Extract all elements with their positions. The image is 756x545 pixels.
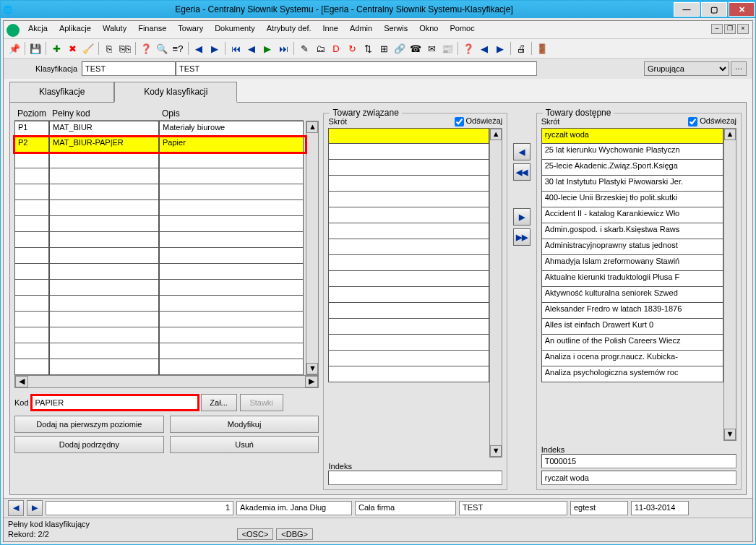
grid-row[interactable] (14, 359, 306, 375)
list-item[interactable]: 30 lat Instytutu Plastyki Piwowarski Jer… (541, 176, 723, 192)
grid-row[interactable] (14, 264, 306, 280)
grid-row[interactable]: P2MAT_BIUR-PAP|ERPapier (14, 137, 306, 153)
clear-icon[interactable]: 🧹 (81, 41, 95, 56)
class-type-select[interactable]: Grupująca (644, 61, 729, 76)
tab-klasyfikacje[interactable]: Klasyfikacje (9, 82, 114, 103)
mdi-restore[interactable]: ❐ (724, 24, 736, 34)
odswiezaj-mid[interactable]: Odświeżaj (455, 116, 503, 126)
list-item[interactable] (328, 303, 489, 319)
help2-icon[interactable]: ❓ (461, 41, 476, 56)
menu-dokumenty[interactable]: Dokumenty (209, 22, 261, 37)
grid-row[interactable] (14, 168, 306, 184)
menu-waluty[interactable]: Waluty (97, 22, 132, 37)
class-dots-button[interactable]: … (731, 61, 747, 76)
link-icon[interactable]: 🔗 (392, 41, 407, 56)
list-item[interactable]: Alles ist einfach Drawert Kurt 0 (541, 319, 723, 335)
list-item[interactable]: Administracyjnoprawny status jednost (541, 239, 723, 255)
close-button[interactable]: ✕ (729, 2, 755, 17)
class-desc-field[interactable] (176, 61, 537, 76)
dodaj1-button[interactable]: Dodaj na pierwszym poziomie (14, 416, 164, 433)
back-icon[interactable]: ◀ (244, 41, 259, 56)
grid-row[interactable] (14, 248, 306, 264)
grid-row[interactable] (14, 153, 306, 168)
list-item[interactable]: Aktualne kierunki traduktologii Płusa F (541, 271, 723, 287)
detail-icon[interactable]: 🗂 (313, 41, 327, 56)
pin-icon[interactable]: 📌 (7, 41, 22, 56)
next-icon[interactable]: ▶ (207, 41, 222, 56)
prev-icon[interactable]: ◀ (192, 41, 206, 56)
list-item[interactable]: Analiza psychologiczna systemów roc (541, 366, 723, 382)
menu-towary[interactable]: Towary (172, 22, 209, 37)
menu-akcja[interactable]: Akcja (22, 22, 53, 37)
zal-button[interactable]: Zał... (201, 394, 237, 411)
prev2-icon[interactable]: ◀ (477, 41, 491, 56)
menu-okno[interactable]: Okno (413, 22, 444, 37)
print-icon[interactable]: 🖨 (514, 41, 528, 56)
grid-row[interactable] (14, 232, 306, 248)
save-icon[interactable]: 💾 (28, 41, 43, 56)
add-icon[interactable]: ✚ (49, 41, 64, 56)
menu-admin[interactable]: Admin (344, 22, 378, 37)
menu-atrybuty def.[interactable]: Atrybuty def. (261, 22, 317, 37)
indeks-right-field[interactable] (541, 454, 736, 468)
right-vscroll[interactable]: ▲▼ (723, 128, 736, 441)
mid-vscroll[interactable]: ▲▼ (489, 128, 502, 458)
indeks-mid-field[interactable] (328, 471, 502, 485)
minimize-button[interactable]: — (674, 2, 700, 17)
menu-aplikacje[interactable]: Aplikacje (53, 22, 97, 37)
find-icon[interactable]: 🔍 (155, 41, 169, 56)
grid-row[interactable] (14, 312, 306, 327)
grid-row[interactable] (14, 343, 306, 359)
menu-pomoc[interactable]: Pomoc (444, 22, 480, 37)
list-item[interactable] (328, 351, 489, 366)
refresh-icon[interactable]: ↻ (345, 41, 359, 56)
list-item[interactable] (328, 128, 489, 144)
grid-row[interactable] (14, 327, 306, 343)
grid-row[interactable] (14, 280, 306, 296)
list-item[interactable] (328, 271, 489, 287)
list-item[interactable] (328, 160, 489, 176)
list-item[interactable]: Aktywność kulturalna seniorek Szwed (541, 287, 723, 303)
list-item[interactable]: Analiza i ocena progr.naucz. Kubicka- (541, 351, 723, 366)
exit-icon[interactable]: 🚪 (535, 41, 549, 56)
move-all-right-button[interactable]: ▶▶ (513, 228, 531, 246)
odswiezaj-right[interactable]: Odświeżaj (688, 116, 736, 126)
list-item[interactable]: 400-lecie Unii Brzeskiej tło polit.skutk… (541, 192, 723, 207)
edit-icon[interactable]: ✎ (297, 41, 312, 56)
menu-inne[interactable]: Inne (317, 22, 344, 37)
list-item[interactable] (328, 176, 489, 192)
list-item[interactable] (328, 366, 489, 382)
list-item[interactable]: 25-lecie Akadenic.Związ.Sport.Księga (541, 160, 723, 176)
list-item[interactable]: Ahmadyja Islam zreformowany Stawiń (541, 255, 723, 271)
grid-row[interactable]: P1MAT_BIURMateriały biurowe (14, 121, 306, 137)
count-icon[interactable]: ≡? (171, 41, 185, 56)
move-right-button[interactable]: ▶ (513, 208, 531, 226)
menu-serwis[interactable]: Serwis (378, 22, 413, 37)
last-icon[interactable]: ⏭ (276, 41, 291, 56)
move-all-left-button[interactable]: ◀◀ (513, 163, 531, 181)
next2-icon[interactable]: ▶ (493, 41, 507, 56)
list-item[interactable]: ryczałt woda (541, 128, 723, 144)
delete-icon[interactable]: ✖ (65, 41, 80, 56)
menu-finanse[interactable]: Finanse (132, 22, 172, 37)
modyfikuj-button[interactable]: Modyfikuj (170, 416, 319, 433)
help-icon[interactable]: ❓ (139, 41, 153, 56)
sort-icon[interactable]: ⇅ (361, 41, 375, 56)
mdi-close[interactable]: × (737, 24, 749, 34)
list-item[interactable] (328, 319, 489, 335)
list-item[interactable] (328, 207, 489, 223)
list-item[interactable]: Admin.gospod. i skarb.Księstwa Raws (541, 223, 723, 239)
nav-next[interactable]: ▶ (27, 500, 43, 516)
list-item[interactable] (328, 223, 489, 239)
fwd-icon[interactable]: ▶ (260, 41, 275, 56)
list-item[interactable]: An outline of the Polish Careers Wiecz (541, 335, 723, 351)
tree-icon[interactable]: ⊞ (377, 41, 391, 56)
list-item[interactable] (328, 144, 489, 160)
refresh-d-icon[interactable]: D (329, 41, 343, 56)
class-code-field[interactable] (82, 61, 176, 76)
list-item[interactable]: Aleksander Fredro w latach 1839-1876 (541, 303, 723, 319)
move-left-button[interactable]: ◀ (513, 143, 531, 160)
list-item[interactable] (328, 192, 489, 207)
left-vscroll[interactable]: ▲▼ (306, 121, 319, 375)
kod-field[interactable] (32, 395, 198, 410)
